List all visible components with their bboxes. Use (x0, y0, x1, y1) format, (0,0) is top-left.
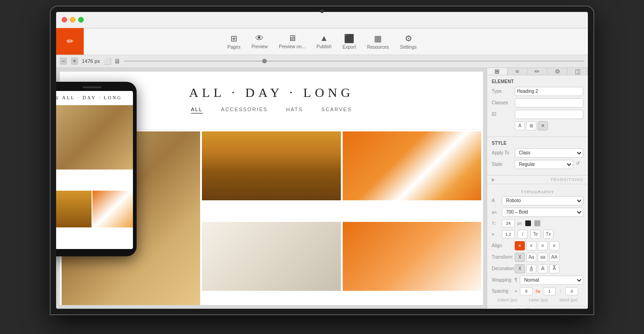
classes-input[interactable] (515, 98, 583, 108)
spacing-label: Spacing (492, 289, 512, 294)
transitions-label: TRANSITIONS (550, 177, 583, 182)
panel-tab-settings[interactable]: ⚙ (547, 68, 568, 75)
export-icon: ⬛ (344, 34, 354, 44)
publish-label: Publish (316, 44, 332, 49)
desktop-icon[interactable]: 🖥 (114, 57, 121, 65)
align-label: Align (492, 243, 512, 248)
nav-hats[interactable]: HATS (286, 107, 303, 113)
letter-label: Letter (px) (529, 298, 548, 302)
panel-tab-element[interactable]: ⊞ (487, 68, 507, 75)
panel-tab-layout[interactable]: ◫ (568, 68, 588, 75)
toolbar-preview-on[interactable]: 🖥 Preview on... (279, 34, 305, 49)
color-swatch-light[interactable] (534, 220, 540, 226)
transform-none-btn[interactable]: X (515, 253, 525, 262)
preview-on-icon: 🖥 (288, 34, 296, 43)
apply-to-select[interactable]: Class (515, 148, 583, 158)
wrapping-row: Wrapping ¶ Normal (492, 276, 583, 285)
type-label: Type (492, 89, 512, 94)
maximize-button[interactable] (78, 17, 84, 23)
titlebar (56, 12, 588, 28)
line-height-input[interactable] (502, 230, 515, 238)
panel-tab-style[interactable]: ✏ (528, 68, 548, 75)
text-x-btn[interactable]: Tx (543, 230, 553, 239)
type-row: Type (492, 87, 583, 96)
element-section-title: Element (492, 79, 583, 84)
mobile-image-3 (92, 191, 133, 227)
state-label: State (492, 162, 512, 167)
laptop-screen-outer: ✏ ⊞ Pages 👁 Preview 🖥 Preview on... (51, 6, 593, 314)
element-btn-close[interactable]: ✕ (538, 121, 548, 130)
laptop-screen-inner: ✏ ⊞ Pages 👁 Preview 🖥 Preview on... (56, 12, 588, 309)
indent-input[interactable] (520, 287, 533, 295)
mobile-speaker (83, 86, 101, 88)
text-i-btn[interactable]: Te (530, 230, 540, 239)
italic-btn[interactable]: i (518, 230, 528, 239)
align-justify-btn[interactable]: ≡ (549, 241, 559, 250)
transform-lower-btn[interactable]: aa (538, 253, 548, 262)
mobile-nav-bar: ≡ ALL · DAY · LONG (56, 91, 133, 105)
close-button[interactable] (62, 17, 67, 23)
align-right-btn[interactable]: ≡ (538, 241, 548, 250)
id-input[interactable] (515, 110, 583, 119)
settings-label: Settings (400, 45, 417, 50)
color-swatch[interactable] (525, 220, 531, 226)
tablet-icon[interactable]: ⬜ (104, 57, 111, 65)
zoom-in-button[interactable]: + (71, 57, 78, 65)
typography-label: TYPOGRAPHY (492, 190, 583, 194)
zoom-out-button[interactable]: − (60, 57, 67, 65)
zoom-track[interactable] (124, 61, 584, 62)
letter-input[interactable] (543, 287, 556, 295)
toolbar-settings[interactable]: ⚙ Settings (400, 34, 417, 50)
word-label: Word (px) (559, 298, 577, 302)
transform-capitalize-btn[interactable]: Aa (526, 253, 536, 262)
align-left-btn[interactable]: ≡ (515, 241, 525, 250)
toolbar-publish[interactable]: ▲ Publish (316, 34, 332, 49)
panel-tab-list[interactable]: ≡ (507, 68, 528, 75)
weight-select[interactable]: 700 – Bold (502, 208, 583, 217)
decoration-underline-btn[interactable]: A (526, 264, 536, 273)
id-row: ID (492, 110, 583, 119)
decoration-button-group: X A A A (515, 264, 559, 273)
zoom-thumb[interactable] (262, 59, 267, 63)
shadow-color-dark[interactable] (524, 308, 530, 309)
mobile-site-title: ALL · DAY · LONG (62, 95, 122, 100)
toolbar-resources[interactable]: ▦ Resources (367, 34, 389, 50)
wrapping-select[interactable]: Normal (520, 276, 583, 285)
transform-upper-btn[interactable]: AA (549, 253, 559, 262)
type-input[interactable] (515, 87, 583, 96)
transitions-arrow[interactable]: ▶ (492, 177, 495, 182)
nav-accessories[interactable]: ACCESSORIES (221, 107, 268, 113)
main-area: ≡ ALL · DAY · LONG (56, 68, 588, 309)
toolbar-pages[interactable]: ⊞ Pages (227, 34, 240, 50)
app-logo[interactable]: ✏ (56, 28, 84, 55)
decoration-overline-btn[interactable]: A (549, 264, 559, 273)
nav-scarves[interactable]: SCARVES (322, 107, 352, 113)
toolbar-preview[interactable]: 👁 Preview (252, 34, 268, 49)
decoration-none-btn[interactable]: X (515, 264, 525, 273)
element-btn-box[interactable]: ⊞ (526, 121, 536, 130)
align-center-btn[interactable]: ≡ (526, 241, 536, 250)
font-select[interactable]: Roboto (502, 196, 583, 205)
resources-icon: ▦ (374, 34, 382, 44)
mobile-frame: ≡ ALL · DAY · LONG (56, 82, 137, 256)
mobile-image-2 (56, 191, 92, 227)
minimize-button[interactable] (70, 17, 75, 23)
apply-to-label: Apply To (492, 150, 512, 155)
toolbar-export[interactable]: ⬛ Export (343, 34, 356, 50)
shadow-color-light[interactable] (515, 308, 521, 309)
transform-row: Transform X Aa aa AA (492, 253, 583, 262)
shadow-row: Shadow Blur (487, 306, 588, 309)
apply-to-row: Apply To Class (492, 148, 583, 158)
word-input[interactable] (565, 287, 578, 295)
canvas-area[interactable]: ≡ ALL · DAY · LONG (56, 68, 487, 309)
zoombar: − + 1476 px ⬜ 🖥 (56, 55, 588, 68)
style-section-title: Style (492, 141, 583, 146)
preview-on-label: Preview on... (279, 44, 305, 49)
font-size-input[interactable] (502, 219, 515, 227)
element-btn-a[interactable]: A (515, 121, 525, 130)
decoration-label: Decoration (492, 266, 512, 271)
state-select[interactable]: Regular (515, 160, 573, 169)
decoration-line-through-btn[interactable]: A (538, 264, 548, 273)
nav-all[interactable]: ALL (191, 107, 203, 113)
refresh-button[interactable]: ↺ (576, 161, 583, 168)
